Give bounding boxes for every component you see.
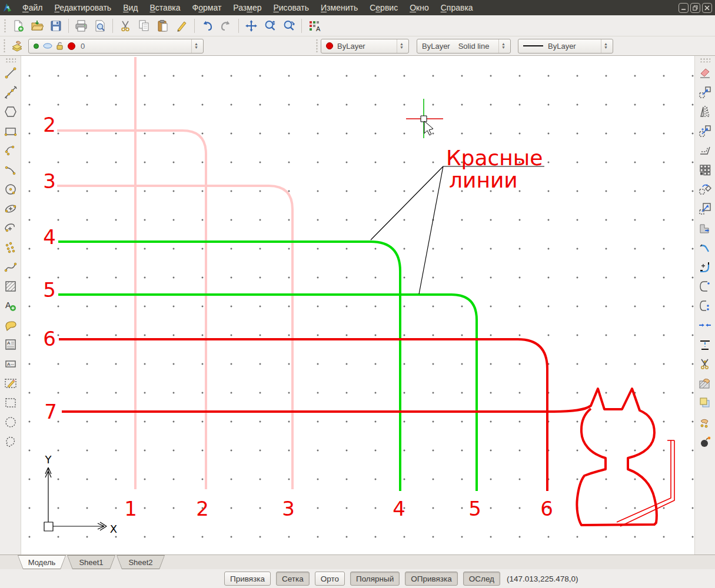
linewidth-sample [523,45,543,46]
dock-grip[interactable] [5,58,16,62]
polygon-tool[interactable] [2,103,19,119]
new-file-button[interactable] [9,17,27,35]
line-tool[interactable] [2,65,19,81]
redo-button[interactable] [217,17,235,35]
copy-button[interactable] [135,17,153,35]
drawing-canvas[interactable]: 234567123456КрасныелинииYX [21,56,694,554]
tab-model[interactable]: Модель [18,555,66,569]
zoom-window-icon [264,19,277,32]
menu-format[interactable]: Формат [187,2,228,14]
polar-toggle[interactable]: Полярный [350,572,400,586]
menu-file[interactable]: Файл [16,2,48,14]
move-tool[interactable] [697,84,713,100]
bend-tool[interactable] [697,239,713,255]
divide-point-tool[interactable] [697,336,713,352]
ortho-toggle[interactable]: Орто [315,572,345,586]
zoom-redraw-button[interactable] [280,17,298,35]
pen-button[interactable] [173,17,191,35]
leader-callout-tool[interactable] [2,317,19,333]
select-window-tool[interactable] [2,395,19,410]
text-paragraph-tool[interactable]: A [2,336,19,352]
construction-line-tool[interactable] [2,84,19,100]
toolbar-grip[interactable] [315,39,319,52]
linetype-selector[interactable]: ByLayer Solid line ▲▼ [417,39,511,54]
spinner-arrows[interactable]: ▲▼ [498,39,508,53]
pan-zoom-button[interactable] [242,17,260,35]
trim-tool[interactable] [697,278,713,294]
axis-label-y: Y [45,453,52,466]
mirror-tool[interactable] [697,103,713,119]
coordinates-display: (147.013,225.478,0) [507,574,578,583]
fillet-tool[interactable] [697,259,713,275]
circle-tool[interactable] [2,181,19,197]
open-file-button[interactable] [28,17,46,35]
polyline-2 [57,131,206,489]
arc-3-points-tool[interactable] [2,162,19,178]
layer-list-button[interactable] [9,38,25,54]
snap-toggle[interactable]: Привязка [224,572,271,586]
explode-tool[interactable] [697,433,713,449]
delete-tool[interactable] [697,65,713,81]
print-preview-button[interactable] [91,17,109,35]
menu-tools[interactable]: Сервис [364,2,404,14]
close-button[interactable] [702,3,712,13]
menu-draw[interactable]: Рисовать [267,2,315,14]
spinner-arrows[interactable]: ▲▼ [397,39,406,53]
layer-selector[interactable]: 0 ▲▼ [28,39,204,54]
zoom-redraw-icon [282,19,295,32]
rectangle-tool[interactable] [2,123,19,139]
spinner-arrows[interactable]: ▲▼ [601,39,610,53]
stretch-tool[interactable] [697,220,713,236]
tab-sheet1[interactable]: Sheet1 [67,555,115,569]
menu-window[interactable]: Окно [404,2,435,14]
window-controls [679,3,715,13]
ellipse-tool[interactable] [2,201,19,216]
restore-button[interactable] [690,3,700,13]
zoom-window-button[interactable] [261,17,279,35]
cut-button[interactable] [117,17,134,35]
menu-help[interactable]: Справка [435,2,479,14]
edit-hatch-tool[interactable] [697,375,713,391]
mtext-tool[interactable]: A [2,298,19,313]
paste-button[interactable] [154,17,172,35]
linewidth-selector[interactable]: ByLayer ▲▼ [518,39,613,54]
order-tool[interactable] [697,395,713,410]
menu-modify[interactable]: Изменить [315,2,364,14]
osnap-toggle[interactable]: ОПривязка [405,572,457,586]
select-lasso-tool[interactable] [2,433,19,449]
toolbar-grip[interactable] [2,39,6,52]
menu-view[interactable]: Вид [117,2,144,14]
menu-insert[interactable]: Вставка [144,2,187,14]
trim-two-tool[interactable] [697,298,713,313]
array-tool[interactable] [697,162,713,178]
copy-entity-tool[interactable] [697,123,713,139]
modify-nodes-tool[interactable] [697,414,713,430]
grid-toggle[interactable]: Сетка [276,572,310,586]
dock-grip[interactable] [700,58,710,62]
menu-edit[interactable]: Редактировать [48,2,117,14]
draft-mode-button[interactable]: A [305,17,323,35]
rotate-tool[interactable] [697,181,713,197]
scale-tool[interactable] [697,201,713,216]
color-selector[interactable]: ByLayer ▲▼ [321,39,409,54]
tab-sheet2[interactable]: Sheet2 [117,555,165,569]
undo-button[interactable] [198,17,216,35]
save-button[interactable] [47,17,65,35]
arc-tool[interactable] [2,142,19,158]
ellipse-arc-tool[interactable] [2,220,19,236]
spline-tool[interactable] [2,259,19,275]
text-line-tool[interactable]: A [2,356,19,372]
print-button[interactable] [72,17,90,35]
toolbar-grip[interactable] [3,19,7,32]
spinner-arrows[interactable]: ▲▼ [191,39,201,53]
hatch-tool[interactable] [2,278,19,294]
otrack-toggle[interactable]: ОСлед [463,572,500,586]
menu-dimension[interactable]: Размер [227,2,267,14]
modify-entity-tool[interactable] [2,375,19,391]
minimize-button[interactable] [679,3,689,13]
points-tool[interactable] [2,239,19,255]
lengthen-tool[interactable] [697,317,713,333]
cut-divide-tool[interactable] [697,356,713,372]
select-circle-tool[interactable] [2,414,19,430]
offset-tool[interactable] [697,142,713,158]
